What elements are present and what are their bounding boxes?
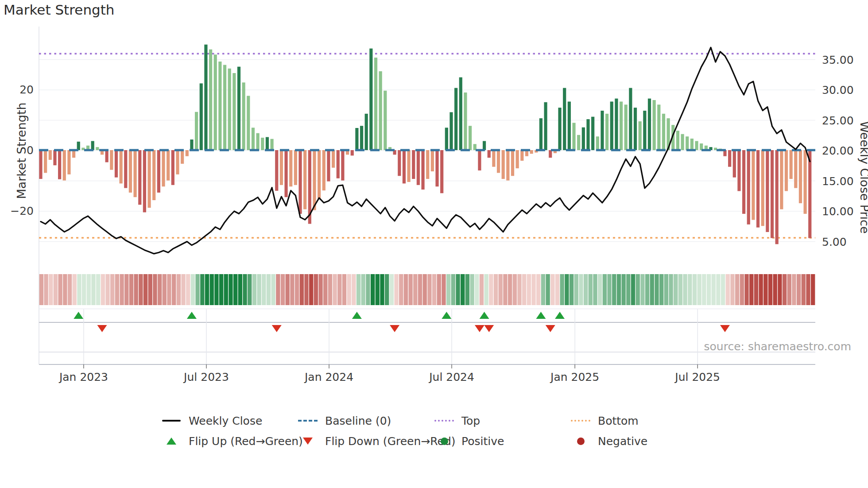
heatmap-cell: [399, 274, 403, 305]
bar: [752, 150, 755, 220]
bar: [152, 150, 155, 200]
bar: [129, 150, 132, 193]
heatmap-cell: [390, 274, 394, 305]
bar: [440, 150, 443, 193]
bar: [266, 137, 269, 150]
heatmap-cell: [584, 274, 588, 305]
heatmap-cell: [304, 274, 308, 305]
heatmap-cell: [707, 274, 711, 305]
tick-label: Jan 2023: [58, 371, 108, 383]
heatmap-cell: [768, 274, 772, 305]
heatmap-cell: [650, 274, 654, 305]
heatmap-cell: [570, 274, 574, 305]
bar: [96, 147, 99, 150]
bar: [615, 99, 618, 150]
heatmap-cell: [603, 274, 607, 305]
bar: [162, 150, 165, 186]
heatmap-cell: [214, 274, 218, 305]
heatmap-cell: [257, 274, 261, 305]
flip-down-marker: [97, 325, 107, 332]
heatmap-cell: [792, 274, 796, 305]
tick-label: −20: [10, 205, 34, 217]
bar: [539, 118, 542, 150]
flip-down-triangle-icon: [298, 438, 318, 445]
legend-item-top: Top: [434, 412, 570, 430]
bar: [454, 88, 457, 150]
heatmap-cell: [158, 274, 162, 305]
flip-down-marker: [272, 325, 282, 332]
bar: [558, 108, 561, 150]
heatmap-cell: [802, 274, 806, 305]
bar: [270, 139, 273, 150]
heatmap-cell: [267, 274, 271, 305]
bar: [77, 142, 80, 150]
heatmap-cell: [626, 274, 630, 305]
bar: [252, 128, 255, 150]
legend-item-bottom: Bottom: [570, 412, 707, 430]
bar: [686, 136, 689, 150]
legend-item-baseline: Baseline (0): [298, 412, 434, 430]
heatmap-cell: [181, 274, 185, 305]
bar: [44, 150, 47, 173]
tick-label: 20.00: [822, 144, 854, 157]
heatmap-cell: [726, 274, 730, 305]
legend-label: Weekly Close: [189, 414, 262, 427]
heatmap-cell: [735, 274, 739, 305]
heatmap-cell: [115, 274, 119, 305]
bar: [294, 150, 297, 185]
heatmap-cell: [39, 274, 43, 305]
bar: [275, 150, 278, 191]
heatmap-cell: [408, 274, 412, 305]
heatmap-cell: [58, 274, 62, 305]
bar: [459, 77, 462, 150]
heatmap-cell: [262, 274, 266, 305]
heatmap-cell: [631, 274, 635, 305]
heatmap-cell: [96, 274, 100, 305]
legend-label: Flip Up (Red→Green): [189, 435, 303, 448]
heatmap-cell: [286, 274, 290, 305]
bar: [284, 150, 287, 197]
bar: [327, 150, 330, 182]
bottom-dots-icon: [570, 420, 591, 422]
bar: [488, 150, 491, 158]
heatmap-cell: [366, 274, 370, 305]
heatmap-cell: [527, 274, 531, 305]
heatmap-cell: [716, 274, 720, 305]
heatmap-cell: [276, 274, 280, 305]
heatmap-cell: [153, 274, 157, 305]
axis-tick-labels: Jan 2023Jul 2023Jan 2024Jul 2024Jan 2025…: [10, 54, 853, 384]
bar: [138, 150, 141, 205]
top-dots-icon: [434, 420, 454, 422]
heatmap-cell: [783, 274, 787, 305]
heatmap-cell: [68, 274, 72, 305]
heatmap-cell: [229, 274, 232, 305]
heatmap-cell: [522, 274, 526, 305]
flip-down-marker: [484, 325, 494, 332]
bar: [167, 150, 170, 181]
tick-label: 10.00: [822, 205, 854, 218]
bar: [242, 82, 245, 150]
heatmap-cell: [318, 274, 322, 305]
bar: [520, 150, 523, 161]
bar: [634, 108, 637, 150]
heatmap-cell: [124, 274, 128, 305]
bar: [808, 150, 811, 238]
heatmap-cell: [248, 274, 252, 305]
bar: [728, 150, 731, 167]
bar: [200, 83, 203, 150]
bar: [398, 150, 401, 176]
bar: [601, 111, 604, 150]
bar: [105, 150, 108, 162]
heatmap-cell: [143, 274, 147, 305]
legend-row-2: Flip Up (Red→Green) Flip Down (Green→Red…: [161, 432, 707, 450]
tick-label: Jul 2025: [674, 371, 720, 383]
heatmap-cell: [744, 274, 748, 305]
bar: [780, 150, 783, 209]
heatmap-cell: [749, 274, 753, 305]
bar: [384, 91, 387, 150]
heatmap-cell: [233, 274, 237, 305]
market-strength-dashboard: Market Strength Market Strength Weekly C…: [0, 0, 868, 488]
legend-item-positive: Positive: [434, 432, 570, 450]
negative-circle-icon: [570, 438, 591, 445]
bar: [313, 150, 316, 210]
